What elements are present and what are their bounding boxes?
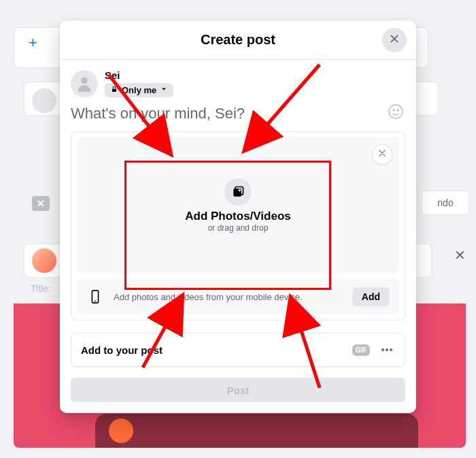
bg-button: ndo bbox=[422, 191, 469, 215]
emoji-button[interactable] bbox=[386, 104, 405, 123]
add-to-post-label: Add to your post bbox=[81, 344, 163, 356]
create-post-modal: Create post Sei Only me What's on yo bbox=[60, 20, 416, 413]
svg-point-2 bbox=[389, 105, 403, 118]
media-upload-panel: Add Photos/Videos or drag and drop Add p… bbox=[71, 131, 405, 321]
photo-video-button[interactable] bbox=[250, 342, 266, 358]
more-icon bbox=[381, 348, 392, 351]
avatar bbox=[71, 70, 98, 97]
close-icon bbox=[377, 148, 387, 161]
bg-avatar bbox=[32, 88, 56, 113]
add-media-icon bbox=[224, 178, 252, 206]
bg-avatar bbox=[32, 248, 56, 273]
svg-point-8 bbox=[95, 301, 96, 302]
checkin-button[interactable] bbox=[327, 342, 343, 358]
dropzone-close-button[interactable] bbox=[372, 144, 392, 165]
profile-meta: Sei Only me bbox=[105, 69, 173, 97]
audience-label: Only me bbox=[122, 85, 156, 95]
post-button[interactable]: Post bbox=[71, 378, 405, 402]
smile-icon bbox=[388, 103, 404, 124]
bg-avatar bbox=[109, 419, 133, 443]
mobile-icon bbox=[86, 288, 104, 306]
dropzone-title: Add Photos/Videos bbox=[185, 210, 291, 223]
svg-rect-1 bbox=[112, 89, 116, 93]
mobile-upload-text: Add photos and videos from your mobile d… bbox=[114, 292, 343, 302]
composer-row: What's on your mind, Sei? bbox=[60, 103, 416, 130]
audience-selector[interactable]: Only me bbox=[105, 83, 173, 97]
feeling-button[interactable] bbox=[301, 342, 318, 358]
profile-row: Sei Only me bbox=[60, 60, 416, 103]
more-button[interactable] bbox=[379, 342, 395, 358]
tag-people-button[interactable] bbox=[275, 342, 292, 358]
svg-point-4 bbox=[397, 110, 398, 111]
svg-point-3 bbox=[393, 110, 394, 111]
gif-button[interactable]: GIF bbox=[353, 342, 369, 358]
dropzone-subtitle: or drag and drop bbox=[208, 223, 269, 233]
bg-story-card bbox=[95, 414, 418, 448]
media-dropzone[interactable]: Add Photos/Videos or drag and drop bbox=[77, 137, 399, 274]
username: Sei bbox=[105, 69, 173, 81]
close-icon: ✕ bbox=[454, 247, 466, 263]
close-button[interactable] bbox=[382, 28, 407, 52]
close-icon bbox=[389, 33, 400, 47]
mobile-add-button[interactable]: Add bbox=[352, 287, 390, 306]
bg-title-label: Title: bbox=[31, 283, 51, 294]
gif-icon: GIF bbox=[352, 344, 371, 356]
caret-down-icon bbox=[160, 85, 168, 95]
plus-icon: + bbox=[29, 34, 37, 52]
modal-header: Create post bbox=[60, 20, 416, 60]
modal-title: Create post bbox=[201, 32, 275, 48]
lock-icon bbox=[110, 85, 118, 95]
svg-point-0 bbox=[81, 77, 87, 83]
bg-delete-icon: ✕ bbox=[32, 196, 50, 211]
composer-input[interactable]: What's on your mind, Sei? bbox=[71, 105, 245, 122]
mobile-upload-row: Add photos and videos from your mobile d… bbox=[77, 279, 399, 314]
add-to-post-row: Add to your post bbox=[71, 333, 405, 367]
add-to-post-icons: GIF bbox=[250, 342, 395, 358]
